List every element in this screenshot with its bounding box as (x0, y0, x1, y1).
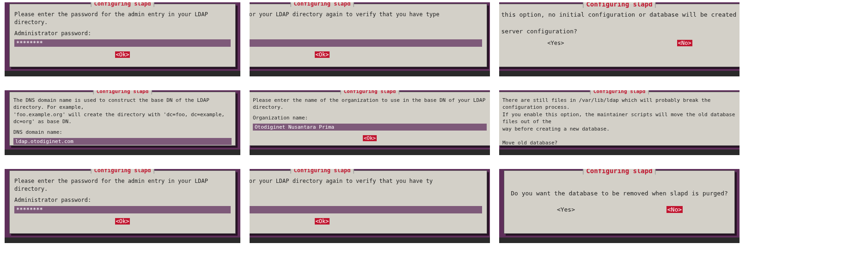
prompt-text: The DNS domain name is used to construct… (13, 97, 232, 125)
prompt-text: Do you want the database to be removed w… (511, 189, 728, 198)
prompt-text: enter the admin password for your LDAP d… (250, 177, 482, 193)
password-input[interactable]: ******** (14, 39, 231, 47)
prompt-text: Please enter the name of the organizatio… (253, 97, 487, 111)
screenshot-dns-domain: Configuring slapd The DNS domain name is… (5, 90, 240, 155)
dialog: Configuring slapd Please enter the name … (250, 92, 490, 146)
terminal-bottom-bar (499, 150, 740, 155)
dialog: Configuring slapd le this option, no ini… (499, 4, 740, 67)
terminal-bottom-bar (499, 71, 740, 76)
password-input[interactable]: ******** (14, 206, 231, 213)
dialog: Configuring slapd enter the admin passwo… (250, 170, 487, 234)
screenshot-confirm-password-1: Configuring slapd enter the admin passwo… (250, 2, 490, 76)
org-input[interactable]: Otodiginet Nusantara Prima (253, 124, 487, 131)
dialog-title: Configuring slapd (291, 2, 354, 7)
ok-button[interactable]: <Ok> (315, 51, 330, 58)
field-label: Organization name: (253, 115, 487, 121)
ok-button[interactable]: <Ok> (115, 218, 130, 225)
screenshot-org-name: Configuring slapd Please enter the name … (250, 90, 490, 155)
dialog: Configuring slapd Do you want the databa… (504, 170, 735, 234)
prompt-text: There are still files in /var/lib/ldap w… (502, 97, 736, 147)
field-label: n password: (250, 197, 482, 203)
field-label: password: (250, 30, 482, 37)
screenshot-confirm-password-2: Configuring slapd enter the admin passwo… (250, 169, 490, 243)
prompt-text: enter the admin password for your LDAP d… (250, 11, 482, 26)
terminal-bottom-bar (5, 71, 240, 76)
terminal-bottom-bar (5, 150, 240, 155)
prompt-text: Please enter the password for the admin … (14, 11, 231, 26)
password-input[interactable]: * (250, 39, 482, 47)
yes-button[interactable]: <Yes> (546, 40, 565, 46)
terminal-bottom-bar (499, 238, 740, 243)
dialog-title: Configuring slapd (583, 2, 655, 8)
screenshot-purge-db: Configuring slapd Do you want the databa… (499, 169, 740, 243)
terminal-bottom-bar (5, 238, 240, 243)
ok-button[interactable]: <Ok> (115, 51, 130, 58)
yes-button[interactable]: <Yes> (556, 206, 576, 213)
ok-button[interactable]: <Ok> (363, 135, 377, 141)
dialog: Configuring slapd Please enter the passw… (9, 4, 236, 67)
screenshot-omit-config: Configuring slapd le this option, no ini… (499, 2, 740, 76)
no-button[interactable]: <No> (666, 206, 683, 213)
dialog-title: Configuring slapd (590, 90, 649, 94)
prompt-text: le this option, no initial configuration… (499, 11, 740, 36)
dialog-title: Configuring slapd (583, 169, 655, 175)
dialog: Configuring slapd enter the admin passwo… (250, 4, 487, 67)
no-button[interactable]: <No> (677, 40, 692, 46)
domain-input[interactable]: ldap.otodiginet.com (13, 138, 232, 145)
dialog-title: Configuring slapd (93, 90, 152, 94)
dialog: Configuring slapd There are still files … (499, 92, 740, 146)
field-label: Administrator password: (14, 30, 231, 37)
password-input[interactable]: ** (250, 206, 482, 213)
terminal-bottom-bar (250, 150, 490, 155)
dialog-title: Configuring slapd (91, 169, 154, 174)
ok-button[interactable]: <Ok> (315, 218, 330, 225)
screenshot-move-old-db: Configuring slapd There are still files … (499, 90, 740, 155)
field-label: Administrator password: (14, 197, 231, 203)
dialog-title: Configuring slapd (91, 2, 154, 7)
dialog-title: Configuring slapd (291, 169, 354, 174)
prompt-text: Please enter the password for the admin … (14, 177, 231, 193)
field-label: DNS domain name: (13, 129, 232, 135)
dialog-title: Configuring slapd (341, 90, 399, 94)
screenshot-admin-password-1: Configuring slapd Please enter the passw… (5, 2, 240, 76)
dialog: Configuring slapd The DNS domain name is… (9, 92, 236, 146)
screenshot-admin-password-2: Configuring slapd Please enter the passw… (5, 169, 240, 243)
dialog: Configuring slapd Please enter the passw… (9, 170, 236, 234)
terminal-bottom-bar (250, 71, 490, 76)
terminal-bottom-bar (250, 238, 490, 243)
